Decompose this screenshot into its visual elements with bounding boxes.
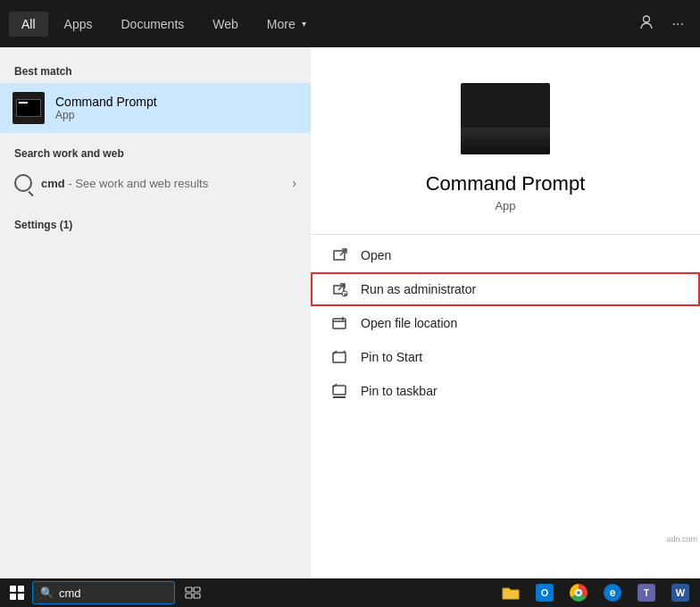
start-square-4	[18, 594, 24, 600]
teams-icon: T	[638, 584, 655, 602]
action-pin-to-taskbar[interactable]: Pin to taskbar	[311, 374, 700, 408]
right-panel: Command Prompt App Open	[311, 47, 700, 578]
search-web-item[interactable]: cmd - See work and web results ›	[0, 165, 311, 201]
action-file-location-label: Open file location	[361, 316, 457, 330]
nav-tab-all-label: All	[21, 17, 36, 31]
outlook-btn[interactable]: O	[529, 579, 561, 606]
action-divider	[311, 234, 700, 235]
runas-icon-svg: ★	[332, 281, 348, 297]
best-match-subtitle: App	[55, 109, 157, 121]
app-icon-large	[461, 83, 550, 154]
ellipsis-icon: ···	[672, 16, 684, 31]
best-match-title: Command Prompt	[55, 95, 157, 109]
svg-rect-11	[333, 386, 346, 395]
svg-rect-8	[333, 353, 346, 362]
pin-start-icon-svg	[332, 349, 348, 365]
app-type-large: App	[495, 199, 515, 212]
nav-tab-web[interactable]: Web	[200, 12, 251, 37]
start-icon	[10, 586, 24, 600]
action-list: Open ★ Run as administrator	[311, 238, 700, 408]
chrome-icon	[570, 584, 588, 602]
nav-tab-more[interactable]: More ▾	[254, 12, 319, 37]
cmd-app-icon	[12, 92, 45, 124]
more-options-btn[interactable]: ···	[665, 9, 691, 39]
svg-rect-15	[194, 587, 200, 592]
taskbar-search-icon: 🔍	[40, 586, 54, 599]
open-icon-svg	[332, 247, 348, 263]
file-explorer-btn[interactable]	[495, 579, 527, 606]
best-match-item[interactable]: Command Prompt App	[0, 83, 311, 133]
top-nav: All Apps Documents Web More ▾ ···	[0, 0, 700, 47]
svg-rect-17	[194, 594, 200, 598]
action-open[interactable]: Open	[311, 238, 700, 272]
start-button[interactable]	[4, 581, 30, 604]
left-panel: Best match Command Prompt App Search wor…	[0, 47, 311, 578]
action-pin-to-start[interactable]: Pin to Start	[311, 340, 700, 374]
start-square-2	[18, 586, 24, 592]
action-open-label: Open	[361, 248, 391, 262]
settings-section: Settings (1)	[0, 208, 311, 240]
account-icon	[638, 14, 654, 30]
outlook-icon: O	[536, 584, 554, 602]
start-square-1	[10, 586, 16, 592]
taskbar-search-text: cmd	[59, 586, 81, 600]
action-pin-start-label: Pin to Start	[361, 350, 422, 364]
action-run-as-admin[interactable]: ★ Run as administrator	[311, 272, 700, 306]
task-view-icon	[185, 586, 201, 599]
taskbar-search[interactable]: 🔍 cmd	[32, 581, 175, 604]
nav-tab-documents-label: Documents	[121, 17, 184, 31]
svg-rect-6	[333, 319, 346, 328]
search-circle-icon	[14, 174, 32, 192]
action-open-file-location[interactable]: Open file location	[311, 306, 700, 340]
best-match-label: Best match	[0, 58, 311, 83]
best-match-text: Command Prompt App	[55, 95, 157, 121]
word-btn[interactable]: W	[664, 579, 696, 606]
account-icon-btn[interactable]	[631, 7, 662, 41]
search-web-suffix: - See work and web results	[68, 177, 208, 190]
main-area: Best match Command Prompt App Search wor…	[0, 47, 700, 578]
chevron-right-icon: ›	[292, 176, 296, 190]
svg-rect-16	[186, 594, 192, 598]
nav-tab-web-label: Web	[212, 17, 238, 31]
file-location-icon-svg	[332, 315, 348, 331]
search-web-label: Search work and web	[0, 140, 311, 165]
task-view-btn[interactable]	[177, 579, 209, 606]
nav-tab-apps-label: Apps	[64, 17, 93, 31]
file-location-icon	[332, 315, 348, 331]
search-web-text: cmd - See work and web results	[41, 177, 283, 190]
teams-btn[interactable]: T	[630, 579, 662, 606]
watermark: adn.com	[663, 534, 700, 545]
nav-tab-apps[interactable]: Apps	[52, 12, 105, 37]
cmd-icon-inner	[16, 99, 41, 117]
more-chevron-icon: ▾	[302, 19, 306, 29]
app-name-large: Command Prompt	[426, 172, 586, 195]
nav-tab-all[interactable]: All	[9, 12, 48, 37]
settings-label: Settings (1)	[0, 212, 311, 237]
action-pin-taskbar-label: Pin to taskbar	[361, 384, 438, 398]
taskbar: 🔍 cmd O e T W	[0, 578, 700, 607]
edge-icon: e	[604, 584, 621, 602]
file-explorer-icon	[502, 585, 520, 601]
search-web-section: Search work and web cmd - See work and w…	[0, 133, 311, 208]
runas-icon: ★	[332, 281, 348, 297]
chrome-btn[interactable]	[562, 579, 595, 606]
search-query-text: cmd	[41, 177, 65, 190]
action-runas-label: Run as administrator	[361, 282, 476, 296]
pin-taskbar-icon	[332, 383, 348, 399]
nav-tab-documents[interactable]: Documents	[108, 12, 196, 37]
nav-tab-more-label: More	[267, 17, 296, 31]
open-icon	[332, 247, 348, 263]
svg-text:★: ★	[343, 292, 347, 297]
pin-taskbar-icon-svg	[332, 383, 348, 399]
edge-btn[interactable]: e	[596, 579, 629, 606]
word-icon: W	[671, 584, 689, 602]
pin-start-icon	[332, 349, 348, 365]
start-square-3	[10, 594, 16, 600]
svg-rect-14	[186, 587, 192, 592]
